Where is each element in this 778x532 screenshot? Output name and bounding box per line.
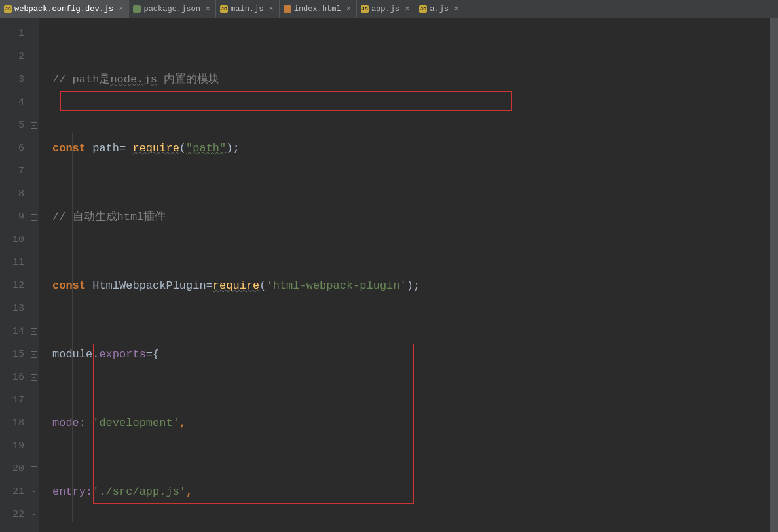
close-icon[interactable]: ×	[269, 5, 273, 14]
close-icon[interactable]: ×	[346, 5, 351, 14]
tab-app-js[interactable]: JS app.js ×	[357, 0, 415, 18]
line-number: 11	[0, 251, 39, 274]
code-editor[interactable]: 1 2 3 4 5− 6 7 8 9− 10 11 12 13 14− 15− …	[0, 18, 778, 532]
line-number: 18	[0, 412, 39, 434]
line-number: 15−	[0, 343, 39, 366]
fold-icon[interactable]: −	[31, 374, 37, 381]
tab-a-js[interactable]: JS a.js ×	[415, 0, 464, 18]
code-line[interactable]: const HtmlWebpackPlugin=require('html-we…	[39, 274, 778, 297]
fold-icon[interactable]: −	[31, 512, 37, 518]
tab-label: app.js	[371, 5, 399, 14]
line-number: 9−	[0, 205, 39, 228]
indent-guide	[72, 133, 73, 522]
code-line[interactable]: mode: 'development',	[39, 412, 778, 434]
code-line[interactable]: // 自动生成html插件	[39, 205, 778, 228]
line-number: 12	[0, 274, 39, 297]
close-icon[interactable]: ×	[206, 5, 210, 14]
line-number: 17	[0, 389, 39, 412]
tab-label: webpack.config.dev.js	[14, 5, 113, 14]
tab-webpack-config[interactable]: JS webpack.config.dev.js ×	[0, 0, 129, 18]
tab-main-js[interactable]: JS main.js ×	[216, 0, 280, 18]
close-icon[interactable]: ×	[454, 5, 458, 14]
close-icon[interactable]: ×	[119, 5, 123, 14]
tab-package-json[interactable]: package.json ×	[129, 0, 216, 18]
tab-label: package.json	[143, 5, 200, 14]
fold-icon[interactable]: −	[31, 466, 37, 472]
scrollbar-thumb[interactable]	[770, 18, 778, 532]
close-icon[interactable]: ×	[405, 5, 409, 14]
json-icon	[133, 5, 141, 13]
fold-icon[interactable]: −	[31, 214, 37, 221]
line-number: 8	[0, 183, 39, 205]
line-number: 20−	[0, 457, 39, 480]
js-icon: JS	[361, 5, 369, 13]
highlight-box	[60, 91, 512, 111]
code-line[interactable]: entry:'./src/app.js',	[39, 480, 778, 503]
tab-label: main.js	[231, 5, 263, 14]
line-number: 7	[0, 160, 39, 183]
fold-icon[interactable]: −	[31, 122, 37, 129]
code-line[interactable]: module.exports={	[39, 343, 778, 366]
code-line[interactable]: // path是node.js 内置的模块	[39, 68, 778, 91]
line-number: 1	[0, 22, 39, 45]
tab-label: a.js	[430, 5, 449, 14]
html-icon	[284, 5, 291, 13]
tab-index-html[interactable]: index.html ×	[280, 0, 357, 18]
line-number: 16−	[0, 366, 39, 389]
line-number: 13	[0, 297, 39, 320]
fold-icon[interactable]: −	[31, 328, 37, 335]
line-number: 14−	[0, 320, 39, 343]
line-number: 22−	[0, 503, 39, 526]
code-line[interactable]: const path= require("path");	[39, 137, 778, 160]
line-number: 10	[0, 228, 39, 251]
tab-label: index.html	[294, 5, 341, 14]
js-icon: JS	[419, 5, 427, 13]
vertical-scrollbar[interactable]	[770, 18, 778, 532]
line-number: 19	[0, 434, 39, 457]
line-number: 21−	[0, 480, 39, 503]
line-number-gutter: 1 2 3 4 5− 6 7 8 9− 10 11 12 13 14− 15− …	[0, 18, 39, 532]
line-number: 6	[0, 137, 39, 160]
fold-icon[interactable]: −	[31, 351, 37, 358]
line-number: 4	[0, 91, 39, 114]
editor-tabs: JS webpack.config.dev.js × package.json …	[0, 0, 778, 18]
line-number: 2	[0, 45, 39, 68]
line-number: 3	[0, 68, 39, 91]
line-number: 5−	[0, 114, 39, 137]
js-icon: JS	[4, 5, 12, 13]
fold-icon[interactable]: −	[31, 489, 37, 495]
code-area[interactable]: // path是node.js 内置的模块 const path= requir…	[39, 18, 778, 532]
js-icon: JS	[220, 5, 228, 13]
